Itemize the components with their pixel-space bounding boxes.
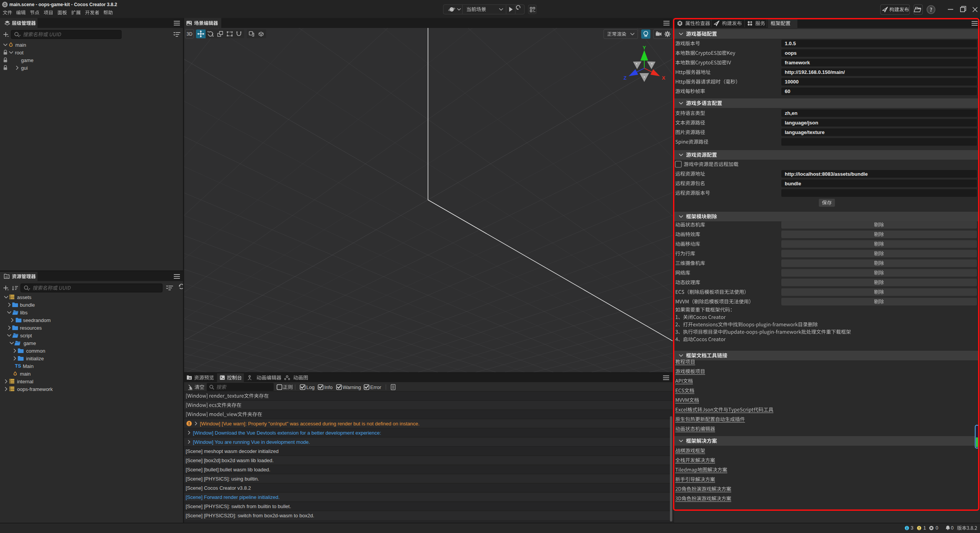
svg-text:framework: framework [785,60,810,65]
svg-text:script: script [20,333,32,338]
svg-text:[Window] You are running Vue i: [Window] You are running Vue in developm… [193,439,310,445]
svg-text:1: 1 [923,525,926,531]
svg-text:[Window] [Vue warn]: Property: [Window] [Vue warn]: Property "onInput" … [200,421,420,427]
svg-text:1.0.5: 1.0.5 [785,41,796,46]
svg-text:gui: gui [21,65,28,71]
svg-text:main: main [20,371,31,377]
svg-text:language/json: language/json [785,120,818,126]
svg-text:http://192.168.0.150/main/: http://192.168.0.150/main/ [785,69,845,75]
svg-text:[Scene] [PHYSICS]: switch from: [Scene] [PHYSICS]: switch from builtin t… [186,504,291,509]
svg-text:Main: Main [23,363,34,369]
svg-text:3: 3 [911,525,913,531]
svg-text:seedrandom: seedrandom [23,317,51,323]
svg-text:game: game [23,340,36,346]
svg-text:Z: Z [624,75,627,81]
svg-text:Warning: Warning [343,384,361,390]
svg-text:main.scene - oops-game-kit - C: main.scene - oops-game-kit - Cocos Creat… [10,2,118,7]
svg-text:3D: 3D [186,31,193,37]
svg-text:10000: 10000 [785,79,799,85]
svg-text:[Scene] [PHYSICS2D]: switch fr: [Scene] [PHYSICS2D]: switch from box2d-w… [186,513,314,518]
svg-text:zh,en: zh,en [785,110,797,116]
svg-text:http://localhost:8083/assets/b: http://localhost:8083/assets/bundle [785,171,868,177]
svg-text:[Scene] [box2d]:box2d wasm lib: [Scene] [box2d]:box2d wasm lib loaded. [186,458,274,463]
svg-text:Y: Y [643,45,646,51]
svg-text:resources: resources [20,325,42,331]
svg-text:internal: internal [17,379,34,384]
svg-text:0: 0 [951,525,954,531]
svg-text:X: X [662,75,665,81]
svg-text:oops: oops [785,50,797,56]
svg-text:main: main [15,42,26,48]
svg-text:oops-framework: oops-framework [17,386,53,392]
svg-text:[Scene] Cocos Creator v3.8.2: [Scene] Cocos Creator v3.8.2 [186,485,251,491]
svg-text:bundle: bundle [785,181,801,186]
svg-text:Error: Error [370,384,382,390]
svg-text:assets: assets [17,294,32,300]
svg-text:0: 0 [936,525,938,531]
svg-text:root: root [15,50,24,56]
svg-text:initialize: initialize [26,356,44,361]
svg-text:libs: libs [20,310,28,316]
svg-text:common: common [26,348,45,354]
svg-text:[Scene] meshopt wasm decoder i: [Scene] meshopt wasm decoder initialized [186,448,279,454]
svg-text:Log: Log [306,384,315,390]
svg-text:TS: TS [15,363,21,369]
svg-text:[Scene] Forward render pipelin: [Scene] Forward render pipeline initiali… [186,494,280,500]
svg-text:[Scene] [bullet]:bullet wasm l: [Scene] [bullet]:bullet wasm lib loaded. [186,467,270,473]
svg-text:Info: Info [324,384,333,390]
svg-text:bundle: bundle [20,302,35,308]
svg-text:60: 60 [785,88,790,94]
svg-text:language/texture: language/texture [785,129,825,135]
svg-text:[Scene] [PHYSICS]: using built: [Scene] [PHYSICS]: using builtin. [186,476,259,482]
svg-text:game: game [21,57,34,63]
svg-text:[Window] Download the Vue Devt: [Window] Download the Vue Devtools exten… [193,430,381,436]
